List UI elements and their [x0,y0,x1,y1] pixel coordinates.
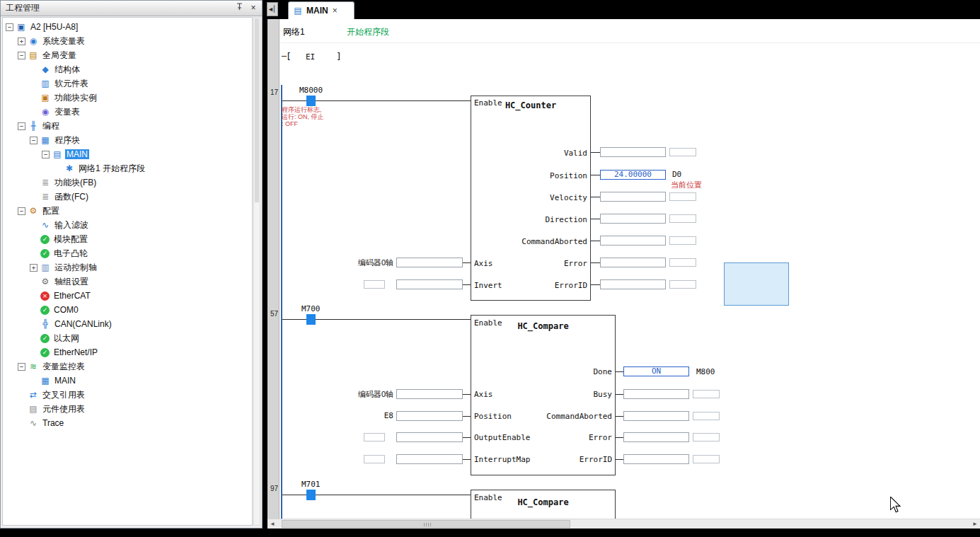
expand-expander-icon[interactable]: + [30,264,38,272]
valid-value-box[interactable] [600,147,666,157]
tree-item-label[interactable]: 程序块 [53,134,81,146]
errorid-value-box[interactable] [623,454,689,464]
done-value-box[interactable]: ON [623,366,689,376]
tree-item-label[interactable]: 模块配置 [52,233,89,246]
axis-operand[interactable]: 编码器0轴 [338,258,393,268]
tree-item[interactable]: ╬CAN(CANLink) [3,317,252,331]
contact-m700[interactable] [306,314,316,325]
tree-item[interactable]: ▣功能块实例 [3,91,252,105]
contact-m701[interactable] [306,490,316,500]
axis-input-box[interactable] [396,389,463,399]
collapse-expander-icon[interactable]: − [18,122,25,130]
tree-item[interactable]: ≣功能块(FB) [3,175,252,190]
position-operand[interactable]: D0 [672,170,681,179]
collapse-expander-icon[interactable]: − [6,23,13,31]
collapse-panel-button[interactable]: ◄▏ [267,2,278,16]
tree-item-label[interactable]: 功能块实例 [53,92,98,104]
tree-item-label[interactable]: 元件使用表 [41,403,86,415]
hc-compare-block[interactable]: HC_Compare Enable Axis Position OutputEn… [471,315,616,475]
tree-item-label[interactable]: COM0 [52,305,80,315]
tree-item[interactable]: ✓以太网 [3,331,252,345]
axis-operand[interactable]: 编码器0轴 [338,389,393,400]
hc-compare-block-2[interactable]: HC_Compare Enable [471,490,616,519]
tree-item[interactable]: ⇄交叉引用表 [3,388,252,402]
interruptmap-operand-box[interactable] [364,455,385,463]
direction-operand-box[interactable] [669,214,696,223]
velocity-operand-box[interactable] [669,192,696,201]
error-value-box[interactable] [600,258,666,267]
tree-item-label[interactable]: 网络1 开始程序段 [77,163,146,175]
tree-item[interactable]: ▤元件使用表 [3,402,252,416]
tree-item-label[interactable]: 变量监控表 [41,361,86,373]
commandaborted-operand-box[interactable] [693,412,720,420]
tree-item[interactable]: −≋变量监控表 [3,359,252,374]
tree-scrollbar[interactable] [253,17,260,526]
position-input-box[interactable] [396,411,463,421]
contact-operand[interactable]: M700 [301,304,321,313]
scroll-left-arrow-icon[interactable]: ◄ [267,519,277,529]
tree-item-label[interactable]: 全局变量 [41,50,78,62]
scroll-right-arrow-icon[interactable]: ► [970,519,980,529]
tab-close-icon[interactable]: × [333,6,338,16]
commandaborted-value-box[interactable] [600,236,666,246]
tree-item-label[interactable]: 轴组设置 [53,276,90,288]
velocity-value-box[interactable] [600,192,666,202]
tree-item-label[interactable]: 软元件表 [53,78,90,90]
errorid-operand-box[interactable] [669,280,696,289]
tree-item[interactable]: ⚙轴组设置 [3,275,252,289]
contact-operand[interactable]: M8000 [299,86,323,95]
tree-item-label[interactable]: 电子凸轮 [52,248,89,260]
invert-operand-box[interactable] [364,280,385,289]
tab-main[interactable]: ▤ MAIN × [288,1,354,19]
tree-item-label[interactable]: Trace [41,418,65,428]
tree-item-label[interactable]: 变量表 [53,106,81,118]
network-title[interactable]: 网络1 [283,26,305,38]
tree-item-label[interactable]: CAN(CANLink) [53,319,113,329]
commandaborted-value-box[interactable] [623,411,689,421]
tree-item[interactable]: −▦程序块 [3,133,252,147]
tree-item[interactable]: ×EtherCAT [3,289,252,303]
error-value-box[interactable] [623,432,689,442]
tree-item-label[interactable]: 函数(FC) [53,191,90,203]
tree-item-label[interactable]: MAIN [65,149,89,159]
commandaborted-operand-box[interactable] [669,236,696,245]
outputenable-input-box[interactable] [396,432,463,442]
tree-item-label[interactable]: EtherCAT [52,291,92,301]
tab-label[interactable]: MAIN [306,6,328,16]
collapse-expander-icon[interactable]: − [18,363,25,371]
collapse-expander-icon[interactable]: − [30,137,38,144]
axis-input-box[interactable] [396,258,463,267]
tree-item[interactable]: ▦MAIN [3,374,252,388]
tree-item[interactable]: −▣A2 [H5U-A8] [3,20,252,34]
tree-item-label[interactable]: 结构体 [53,64,81,76]
tree-item-label[interactable]: 以太网 [52,333,81,345]
tree-item[interactable]: −▤全局变量 [3,48,252,62]
tree-item[interactable]: ✓EtherNet/IP [3,345,252,359]
valid-operand-box[interactable] [669,148,696,156]
tree-item-label[interactable]: 交叉引用表 [41,389,86,401]
close-icon[interactable]: × [248,3,259,14]
scrollbar-thumb[interactable] [282,520,570,528]
ei-instruction[interactable]: EI [306,52,315,62]
tree-item[interactable]: ≣函数(FC) [3,190,252,204]
position-operand[interactable]: E8 [338,411,393,420]
collapse-expander-icon[interactable]: − [42,151,50,158]
error-operand-box[interactable] [693,433,720,441]
busy-value-box[interactable] [623,389,689,399]
tree-item[interactable]: −▤MAIN [3,147,252,161]
tree-item-label[interactable]: 编程 [41,120,61,132]
tree-item[interactable]: ✓模块配置 [3,232,252,246]
tree-item-label[interactable]: 输入滤波 [53,219,90,231]
tree-item-label[interactable]: EtherNet/IP [52,347,99,357]
tree-item[interactable]: ◉变量表 [3,105,252,119]
errorid-operand-box[interactable] [693,455,720,463]
busy-operand-box[interactable] [693,390,720,398]
tree-item-label[interactable]: 系统变量表 [41,35,86,47]
contact-operand[interactable]: M701 [301,480,321,489]
horizontal-scrollbar[interactable]: ◄ ► [267,519,980,529]
tree-item-label[interactable]: 运动控制轴 [53,262,98,274]
invert-input-box[interactable] [396,279,463,289]
tree-item[interactable]: −⚙配置 [3,204,252,218]
tree-item[interactable]: +◉系统变量表 [3,34,252,48]
tree-scrollbar-thumb[interactable] [255,18,259,202]
